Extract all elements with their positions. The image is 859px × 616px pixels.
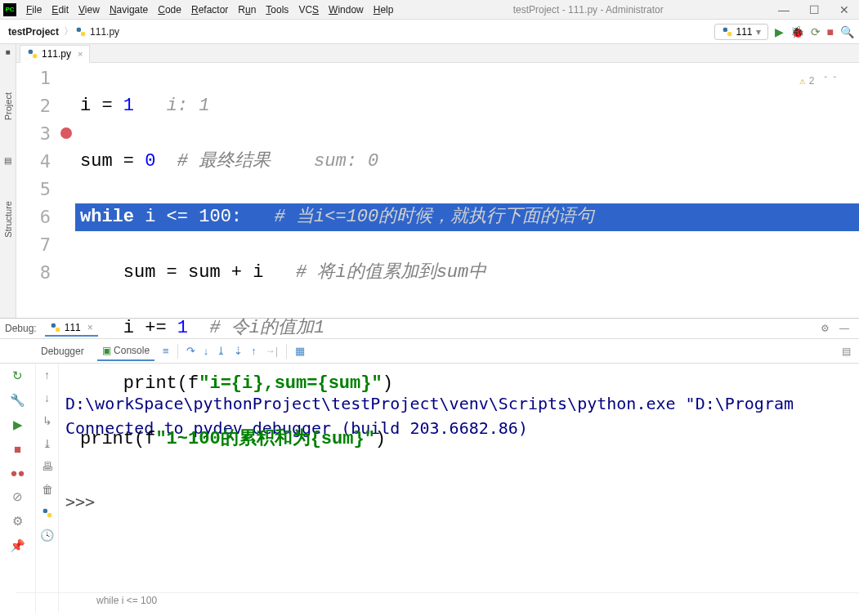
svg-rect-2	[723, 27, 727, 31]
window-title: testProject - 111.py - Administrator	[398, 4, 778, 16]
menu-help[interactable]: Help	[369, 2, 399, 17]
menu-refactor[interactable]: Refactor	[186, 2, 233, 17]
maximize-icon[interactable]: ☐	[809, 3, 820, 16]
breakpoint-icon[interactable]	[60, 127, 72, 139]
stop-button[interactable]: ■	[827, 25, 834, 38]
menu-vcs[interactable]: VCS	[293, 2, 324, 17]
rerun-button[interactable]: ⟳	[811, 25, 821, 38]
code-area[interactable]: i = 1 i: 1 sum = 0 # 最终结果 sum: 0 while i…	[80, 63, 859, 592]
inline-hint: sum: 0	[314, 151, 378, 172]
svg-rect-1	[81, 32, 85, 36]
svg-rect-4	[29, 50, 33, 54]
app-logo: PC	[3, 3, 16, 16]
run-button[interactable]: ▶	[775, 25, 784, 38]
execution-line-highlight: while i <= 100: # 当i<=100的时候，就执行下面的语句	[75, 203, 859, 231]
python-icon	[722, 26, 733, 38]
breadcrumb-project[interactable]: testProject	[5, 25, 62, 39]
svg-rect-3	[727, 32, 731, 36]
menu-edit[interactable]: Edit	[47, 2, 74, 17]
minimize-icon[interactable]: —	[778, 3, 790, 16]
structure-tool-label[interactable]: Structure	[3, 198, 13, 241]
menu-window[interactable]: Window	[324, 2, 369, 17]
editor-tab-active[interactable]: 111.py ×	[20, 45, 90, 63]
chevron-right-icon: 〉	[62, 25, 75, 38]
navigation-bar: testProject 〉 111.py 111 ▾ ▶ 🐞 ⟳ ■ 🔍	[0, 20, 859, 44]
menu-view[interactable]: View	[74, 2, 105, 17]
left-tool-stripe: ■ Project ▤ Structure	[0, 44, 16, 318]
run-configuration-selector[interactable]: 111 ▾	[714, 24, 768, 40]
python-file-icon	[27, 48, 38, 60]
close-tab-icon[interactable]: ×	[78, 49, 83, 59]
editor-body[interactable]: 12345678 i = 1 i: 1 sum = 0 # 最终结果 sum: …	[16, 63, 859, 592]
python-file-icon	[75, 26, 87, 38]
breadcrumb-file[interactable]: 111.py	[87, 25, 123, 39]
menu-run[interactable]: Run	[233, 2, 261, 17]
chevron-up-icon[interactable]: ˆ	[823, 68, 829, 96]
project-tool-label[interactable]: Project	[3, 89, 13, 123]
breakpoint-gutter[interactable]	[57, 63, 80, 592]
inline-hint: i: 1	[167, 96, 210, 116]
menu-file[interactable]: File	[21, 2, 47, 17]
line-number-gutter: 12345678	[16, 63, 57, 592]
structure-tool-icon[interactable]: ▤	[4, 156, 11, 165]
editor-context-breadcrumb: while i <= 100	[16, 592, 859, 608]
title-bar: PC File Edit View Navigate Code Refactor…	[0, 0, 859, 20]
debug-button[interactable]: 🐞	[790, 25, 804, 38]
svg-rect-5	[33, 54, 37, 58]
inspection-badge[interactable]: ⚠ 2 ˆ ˇ	[799, 68, 838, 96]
search-icon[interactable]: 🔍	[840, 25, 854, 38]
close-icon[interactable]: ✕	[839, 3, 849, 16]
svg-rect-0	[77, 27, 81, 31]
menu-code[interactable]: Code	[153, 2, 186, 17]
menu-tools[interactable]: Tools	[261, 2, 293, 17]
menu-navigate[interactable]: Navigate	[105, 2, 153, 17]
editor-tab-label: 111.py	[42, 48, 71, 60]
editor-tabs: 111.py ×	[16, 44, 859, 63]
warning-icon: ⚠	[799, 68, 805, 96]
chevron-down-icon: ▾	[756, 26, 761, 38]
project-tool-icon[interactable]: ■	[5, 47, 10, 56]
chevron-down-icon[interactable]: ˇ	[832, 68, 838, 96]
run-config-name: 111	[736, 26, 753, 38]
